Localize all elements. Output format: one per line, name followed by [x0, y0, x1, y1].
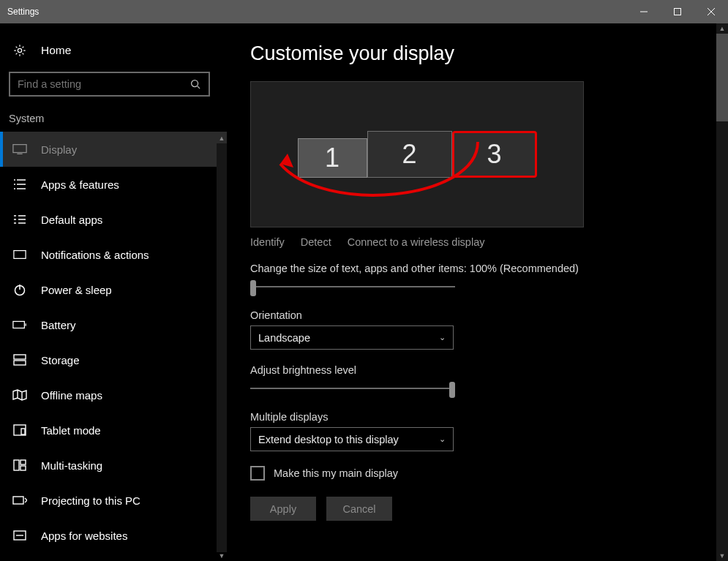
svg-rect-0: [675, 9, 681, 15]
notifications-icon: [12, 246, 28, 263]
list-icon: [12, 176, 28, 192]
nav-item-power-sleep[interactable]: Power & sleep: [0, 272, 227, 307]
nav-label: Notifications & actions: [41, 249, 149, 261]
multiple-displays-label: Multiple displays: [250, 411, 716, 423]
nav-item-offline-maps[interactable]: Offline maps: [0, 377, 227, 413]
svg-point-1: [18, 48, 21, 52]
maximize-button[interactable]: [661, 0, 694, 23]
page-title: Customise your display: [250, 42, 716, 65]
multiple-displays-dropdown[interactable]: Extend desktop to this display ⌄: [250, 427, 454, 451]
svg-rect-4: [14, 251, 26, 259]
close-button[interactable]: [694, 0, 728, 23]
scaling-slider[interactable]: [250, 279, 455, 295]
nav-item-battery[interactable]: Battery: [0, 307, 227, 342]
svg-rect-12: [20, 460, 26, 464]
svg-rect-11: [14, 460, 19, 470]
chevron-down-icon: ⌄: [439, 434, 446, 444]
main-display-checkbox[interactable]: [250, 466, 265, 481]
nav-label: Storage: [41, 354, 80, 366]
nav-label: Default apps: [41, 214, 102, 226]
search-input[interactable]: [9, 72, 210, 97]
sidebar: Home System Display Apps & features: [0, 23, 227, 561]
svg-rect-13: [20, 466, 26, 470]
svg-rect-6: [13, 321, 24, 328]
nav-label: Battery: [41, 319, 76, 331]
multitask-icon: [12, 457, 28, 473]
scroll-down-icon[interactable]: ▼: [217, 551, 227, 561]
defaults-icon: [12, 211, 28, 227]
brightness-slider[interactable]: [250, 380, 455, 396]
nav-label: Projecting to this PC: [41, 494, 140, 507]
titlebar[interactable]: Settings: [0, 0, 728, 23]
scroll-up-icon[interactable]: ▲: [716, 23, 728, 34]
nav-item-display[interactable]: Display: [0, 132, 227, 167]
home-button[interactable]: Home: [0, 38, 227, 72]
multiple-displays-value: Extend desktop to this display: [258, 434, 399, 445]
nav-item-apps-features[interactable]: Apps & features: [0, 167, 227, 202]
detect-link[interactable]: Detect: [301, 236, 331, 248]
category-label: System: [0, 113, 227, 132]
chevron-down-icon: ⌄: [439, 333, 446, 342]
nav-label: Display: [41, 143, 77, 156]
search-field[interactable]: [18, 78, 190, 90]
nav-label: Offline maps: [41, 389, 102, 402]
svg-rect-3: [13, 145, 26, 153]
home-label: Home: [41, 44, 71, 57]
cancel-button[interactable]: Cancel: [326, 497, 392, 521]
battery-icon: [12, 317, 28, 333]
nav-label: Power & sleep: [41, 284, 112, 296]
minimize-button[interactable]: [627, 0, 661, 23]
scroll-down-icon[interactable]: ▼: [716, 551, 728, 561]
scroll-thumb[interactable]: [716, 34, 728, 121]
svg-rect-7: [14, 355, 26, 359]
display-icon: [12, 141, 28, 157]
orientation-value: Landscape: [258, 332, 310, 344]
window-title: Settings: [7, 7, 39, 17]
scaling-label: Change the size of text, apps and other …: [250, 263, 716, 274]
nav-item-projecting[interactable]: Projecting to this PC: [0, 483, 227, 518]
main-display-checkbox-label: Make this my main display: [274, 467, 398, 479]
scroll-up-icon[interactable]: ▲: [217, 133, 227, 143]
tablet-icon: [12, 422, 28, 438]
svg-point-2: [192, 80, 198, 86]
sidebar-scrollbar[interactable]: ▲ ▼: [217, 132, 227, 561]
svg-rect-14: [13, 497, 23, 504]
nav-label: Tablet mode: [41, 424, 101, 437]
nav-item-tablet-mode[interactable]: Tablet mode: [0, 413, 227, 448]
gear-icon: [12, 42, 28, 59]
nav-item-notifications[interactable]: Notifications & actions: [0, 237, 227, 272]
nav-label: Multi-tasking: [41, 459, 102, 472]
main-content: Customise your display 1 2 3 Identify De…: [227, 23, 728, 561]
brightness-label: Adjust brightness level: [250, 364, 716, 376]
svg-rect-9: [14, 425, 26, 435]
monitor-3[interactable]: 3: [452, 131, 537, 178]
nav-item-multitasking[interactable]: Multi-tasking: [0, 448, 227, 483]
nav-list: Display Apps & features Default apps Not…: [0, 132, 227, 561]
nav-label: Apps & features: [41, 178, 119, 191]
monitor-2[interactable]: 2: [367, 131, 452, 178]
search-icon: [190, 79, 201, 90]
apply-button[interactable]: Apply: [250, 497, 316, 521]
connect-wireless-link[interactable]: Connect to a wireless display: [348, 236, 485, 248]
window-scrollbar[interactable]: ▲ ▼: [716, 23, 728, 561]
nav-label: Apps for websites: [41, 530, 127, 542]
map-icon: [12, 387, 28, 403]
identify-link[interactable]: Identify: [250, 236, 285, 248]
storage-icon: [12, 352, 28, 368]
nav-item-apps-websites[interactable]: Apps for websites: [0, 518, 227, 553]
orientation-dropdown[interactable]: Landscape ⌄: [250, 325, 454, 350]
nav-item-default-apps[interactable]: Default apps: [0, 202, 227, 237]
monitor-1[interactable]: 1: [298, 138, 367, 178]
link-icon: [12, 527, 28, 543]
nav-item-storage[interactable]: Storage: [0, 342, 227, 377]
svg-rect-8: [14, 361, 26, 365]
project-icon: [12, 492, 28, 508]
svg-rect-10: [21, 429, 25, 434]
display-arrangement[interactable]: 1 2 3: [250, 81, 584, 227]
power-icon: [12, 282, 28, 298]
orientation-label: Orientation: [250, 309, 716, 321]
display-links: Identify Detect Connect to a wireless di…: [250, 236, 716, 248]
